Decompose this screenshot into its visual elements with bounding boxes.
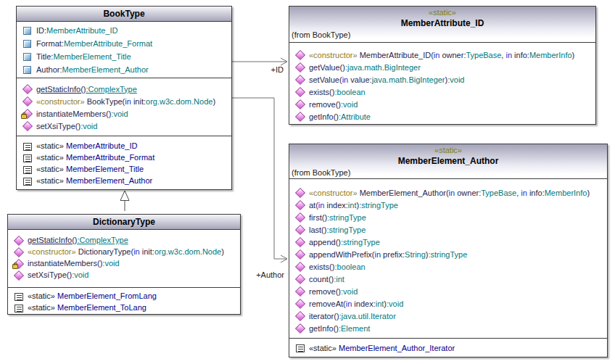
member-signature: removeAt(in index:int):void [309, 299, 403, 308]
operation-diamond-icon [295, 50, 305, 59]
operation-row[interactable]: «constructor» MemberAttribute_ID(in owne… [289, 49, 595, 61]
nested-classifiers-compartment: «static» MemberAttribute_ID«static» Memb… [17, 136, 231, 189]
member-signature: getStaticInfo():ComplexType [28, 236, 128, 244]
class-title-bar[interactable]: «static» MemberElement_Author (from Book… [289, 144, 607, 178]
operation-row[interactable]: count():int [289, 273, 607, 285]
operation-row[interactable]: getStaticInfo():ComplexType [8, 234, 240, 246]
class-box-booktype[interactable]: BookType ID:MemberAttribute_IDFormat:Mem… [16, 6, 232, 190]
operation-diamond-icon [295, 75, 305, 84]
operation-row[interactable]: «constructor» DictionaryType(in init:org… [8, 246, 240, 257]
attribute-icon [22, 26, 32, 36]
generalization-dictionarytype-booktype[interactable] [120, 191, 129, 211]
class-from-label: (from BookType) [289, 30, 595, 41]
member-signature: first():stringType [309, 213, 366, 222]
operation-row[interactable]: remove():void [289, 285, 607, 297]
class-stereotype: «static» [289, 7, 595, 17]
operation-row[interactable]: getValue():java.math.BigInteger [289, 61, 595, 73]
class-title-bar[interactable]: «static» MemberAttribute_ID (from BookTy… [289, 7, 595, 42]
operation-row[interactable]: getInfo():Element [289, 322, 607, 334]
member-signature: «constructor» MemberElement_Author(in ow… [309, 189, 590, 197]
operation-row[interactable]: instantiateMembers():void [8, 257, 240, 269]
member-signature: setXsiType():void [28, 270, 88, 279]
operation-row[interactable]: getInfo():Attribute [289, 110, 595, 123]
member-signature: «static» MemberElement_Author_Iterator [309, 344, 455, 352]
association-id[interactable]: +ID [232, 58, 287, 74]
operation-row[interactable]: iterator():java.util.Iterator [289, 310, 607, 322]
operation-row[interactable]: setXsiType():void [8, 269, 240, 281]
class-box-dictionarytype[interactable]: DictionaryType getStaticInfo():ComplexTy… [7, 214, 241, 315]
operation-row[interactable]: last():stringType [289, 223, 607, 236]
operation-row[interactable]: exists():boolean [289, 86, 595, 98]
member-signature: append():stringType [309, 238, 380, 247]
operation-diamond-icon [22, 96, 32, 106]
member-signature: remove():void [309, 100, 358, 109]
member-signature: «constructor» MemberAttribute_ID(in owne… [309, 51, 574, 59]
association-role-label[interactable]: +ID [271, 65, 284, 74]
nested-class-row[interactable]: «static» MemberElement_Author [17, 175, 231, 186]
operation-row[interactable]: setValue(in value:java.math.BigInteger):… [289, 73, 595, 86]
nested-class-row[interactable]: «static» MemberElement_ToLang [8, 302, 240, 313]
nested-class-icon [22, 141, 32, 151]
nested-class-row[interactable]: «static» MemberAttribute_Format [17, 152, 231, 163]
operation-row[interactable]: first():stringType [289, 211, 607, 223]
operations-compartment: «constructor» MemberElement_Author(in ow… [289, 178, 607, 338]
operation-row[interactable]: «constructor» MemberElement_Author(in ow… [289, 186, 607, 199]
operation-diamond-icon [22, 109, 32, 118]
class-box-memberelement-author[interactable]: «static» MemberElement_Author (from Book… [289, 144, 608, 357]
class-box-memberattribute-id[interactable]: «static» MemberAttribute_ID (from BookTy… [289, 6, 596, 125]
member-signature: instantiateMembers():void [36, 109, 128, 118]
class-title-bar[interactable]: BookType [17, 7, 231, 21]
uml-diagram-canvas: { "classes": { "bookType": { "name": "Bo… [0, 0, 615, 364]
nested-class-row[interactable]: «static» MemberAttribute_ID [17, 140, 231, 152]
nested-classifiers-compartment: «static» MemberElement_Author_Iterator [289, 338, 607, 357]
operations-compartment: «constructor» MemberAttribute_ID(in owne… [289, 42, 595, 124]
nested-class-row[interactable]: «static» MemberElement_Title [17, 163, 231, 175]
attribute-row[interactable]: Format:MemberAttribute_Format [17, 37, 231, 50]
lock-icon [12, 264, 18, 269]
association-role-label[interactable]: +Author [256, 270, 284, 279]
member-signature: count():int [309, 275, 344, 284]
operation-diamond-icon [295, 262, 305, 271]
generalization-triangle-icon [120, 191, 129, 201]
operation-diamond-icon [14, 259, 23, 268]
member-signature: «constructor» BookType(in init:org.w3c.d… [36, 97, 215, 106]
nested-class-icon [14, 303, 23, 313]
member-signature: exists():boolean [309, 88, 366, 96]
operation-diamond-icon [295, 99, 305, 109]
operation-row[interactable]: setXsiType():void [17, 120, 231, 132]
attribute-row[interactable]: ID:MemberAttribute_ID [17, 24, 231, 37]
nested-class-row[interactable]: «static» MemberElement_Author_Iterator [289, 342, 607, 354]
operation-diamond-icon [295, 212, 305, 222]
class-title-bar[interactable]: DictionaryType [8, 215, 240, 229]
operation-row[interactable]: exists():boolean [289, 260, 607, 273]
class-name: BookType [17, 7, 231, 21]
operation-row[interactable]: at(in index:int):stringType [289, 199, 607, 211]
member-signature: «static» MemberAttribute_ID [36, 141, 137, 150]
operation-diamond-icon [295, 200, 305, 210]
operation-row[interactable]: removeAt(in index:int):void [289, 297, 607, 310]
operation-row[interactable]: instantiateMembers():void [17, 107, 231, 120]
operation-diamond-icon [14, 236, 23, 245]
operation-diamond-icon [295, 62, 305, 72]
lock-icon [21, 114, 27, 119]
operation-diamond-icon [295, 237, 305, 247]
operation-diamond-icon [295, 87, 305, 96]
attribute-row[interactable]: Author:MemberElement_Author [17, 63, 231, 76]
member-signature: last():stringType [309, 226, 366, 234]
member-signature: Title:MemberElement_Title [36, 52, 131, 61]
class-stereotype: «static» [289, 145, 607, 155]
member-signature: getValue():java.math.BigInteger [309, 63, 421, 72]
operation-diamond-icon [295, 225, 305, 234]
operation-diamond-icon [14, 270, 23, 280]
operation-row[interactable]: appendWithPrefix(in prefix:String):strin… [289, 248, 607, 260]
member-signature: getInfo():Attribute [309, 112, 371, 121]
operation-row[interactable]: «constructor» BookType(in init:org.w3c.d… [17, 95, 231, 107]
attribute-row[interactable]: Title:MemberElement_Title [17, 50, 231, 63]
nested-class-row[interactable]: «static» MemberElement_FromLang [8, 290, 240, 302]
operations-compartment: getStaticInfo():ComplexType«constructor»… [17, 78, 231, 136]
operation-diamond-icon [295, 299, 305, 308]
operation-row[interactable]: getStaticInfo():ComplexType [17, 83, 231, 95]
operation-row[interactable]: remove():void [289, 98, 595, 110]
operation-row[interactable]: append():stringType [289, 236, 607, 248]
class-name: DictionaryType [8, 215, 240, 229]
